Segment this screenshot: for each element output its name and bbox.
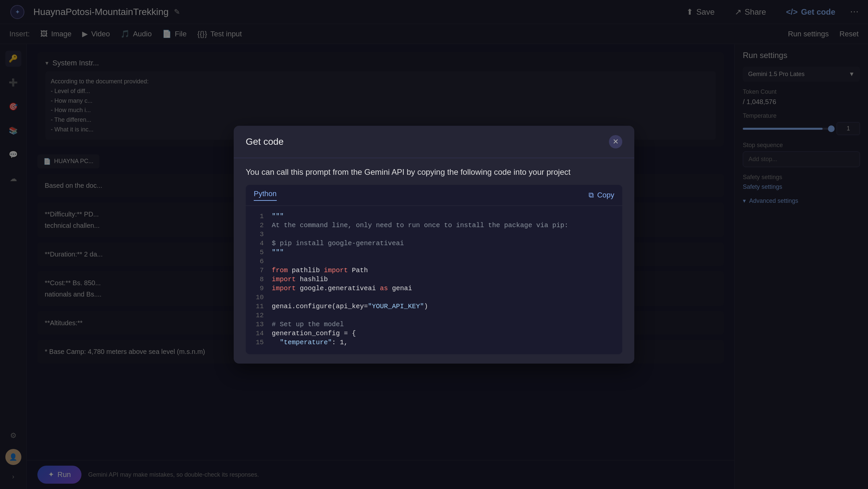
code-line-11: 11 genai.configure(api_key="YOUR_API_KEY… bbox=[254, 302, 614, 310]
code-line-6: 6 bbox=[254, 258, 614, 265]
modal-overlay[interactable]: Get code ✕ You can call this prompt from… bbox=[0, 0, 868, 489]
code-line-5: 5 """ bbox=[254, 249, 614, 256]
code-line-9: 9 import google.generativeai as genai bbox=[254, 285, 614, 292]
code-container: Python ⧉ Copy 1 """ 2 At the command lin… bbox=[246, 185, 622, 354]
code-line-4: 4 $ pip install google-generativeai bbox=[254, 239, 614, 247]
code-line-1: 1 """ bbox=[254, 213, 614, 220]
code-line-8: 8 import hashlib bbox=[254, 275, 614, 283]
code-line-14: 14 generation_config = { bbox=[254, 330, 614, 337]
code-line-2: 2 At the command line, only need to run … bbox=[254, 222, 614, 229]
copy-button[interactable]: ⧉ Copy bbox=[589, 191, 614, 199]
modal-title: Get code bbox=[246, 136, 284, 147]
code-line-7: 7 from pathlib import Path bbox=[254, 266, 614, 274]
code-tabs: Python ⧉ Copy bbox=[246, 185, 622, 206]
code-line-3: 3 bbox=[254, 230, 614, 238]
modal-close-button[interactable]: ✕ bbox=[609, 135, 622, 149]
get-code-modal: Get code ✕ You can call this prompt from… bbox=[234, 126, 634, 364]
code-line-13: 13 # Set up the model bbox=[254, 321, 614, 328]
tab-python[interactable]: Python bbox=[254, 190, 277, 201]
modal-body: You can call this prompt from the Gemini… bbox=[234, 158, 634, 364]
code-line-12: 12 bbox=[254, 312, 614, 319]
code-area: 1 """ 2 At the command line, only need t… bbox=[246, 206, 622, 354]
close-icon: ✕ bbox=[613, 137, 619, 146]
modal-description: You can call this prompt from the Gemini… bbox=[246, 167, 622, 177]
copy-icon: ⧉ bbox=[589, 191, 594, 199]
code-line-10: 10 bbox=[254, 294, 614, 301]
code-line-15: 15 "temperature": 1, bbox=[254, 338, 614, 346]
modal-header: Get code ✕ bbox=[234, 126, 634, 158]
